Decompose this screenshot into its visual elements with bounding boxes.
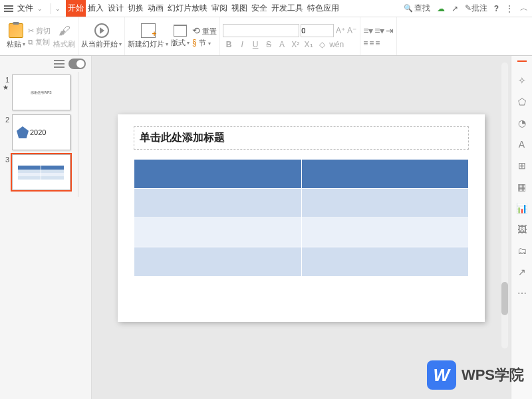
tab-view[interactable]: 视图	[229, 0, 249, 17]
file-dropdown-icon[interactable]: ⌄	[37, 5, 43, 12]
tab-security[interactable]: 安全	[249, 0, 269, 17]
superscript-button[interactable]: X²	[289, 40, 301, 49]
panel-handle-icon[interactable]	[517, 60, 527, 63]
thumb-row[interactable]: 3	[3, 154, 75, 190]
section-icon	[192, 39, 197, 47]
ribbon-tabs: 开始 插入 设计 切换 动画 幻灯片放映 审阅 视图 安全 开发工具 特色应用	[66, 0, 341, 17]
cut-button[interactable]: ✂ 剪切	[28, 26, 51, 36]
bold-button[interactable]: B	[223, 40, 235, 49]
mini-table	[18, 166, 65, 180]
from-current-button[interactable]: 从当前开始▾	[81, 39, 122, 49]
layout-button[interactable]: 版式▾	[171, 38, 190, 48]
font-color-button[interactable]: A	[276, 40, 288, 49]
scrollbar-thumb[interactable]	[501, 282, 508, 315]
reset-icon	[192, 27, 200, 35]
decrease-font-button[interactable]: A⁻	[346, 26, 357, 35]
thumbnail-view-button[interactable]	[68, 59, 86, 69]
format-painter-icon[interactable]: 🖌	[57, 23, 72, 38]
pinyin-button[interactable]: wén	[329, 40, 341, 49]
hamburger-icon[interactable]	[4, 5, 13, 12]
strike-button[interactable]: S	[263, 40, 275, 49]
tab-insert[interactable]: 插入	[86, 0, 106, 17]
shape-pane-icon[interactable]: ⬠	[516, 96, 528, 108]
new-slide-button[interactable]: 新建幻灯片▾	[128, 39, 168, 49]
thumb-row[interactable]: 2 2020	[3, 114, 75, 150]
divider	[51, 3, 51, 14]
tab-transition[interactable]: 切换	[126, 0, 146, 17]
ribbon: 粘贴▾ ✂ 剪切 ⧉ 复制 🖌 格式刷 从当前开始▾ 新建幻灯片▾ 版式▾ 重置…	[0, 17, 532, 56]
table-row[interactable]	[134, 247, 469, 277]
chart-pane-icon[interactable]: 📊	[516, 202, 528, 214]
tab-special[interactable]: 特色应用	[305, 0, 341, 17]
align-left-button[interactable]: ≡	[363, 39, 368, 48]
note-icon	[465, 3, 471, 13]
table-row[interactable]	[134, 189, 469, 218]
format-painter-button[interactable]: 格式刷	[53, 39, 75, 49]
indent-button[interactable]: ⇥	[386, 25, 394, 36]
canvas-area[interactable]: 单击此处添加标题	[92, 56, 511, 399]
cloud-icon[interactable]	[437, 4, 445, 13]
tab-slideshow[interactable]: 幻灯片放映	[166, 0, 209, 17]
thumbnail-2[interactable]: 2020	[12, 114, 70, 150]
numbering-button[interactable]: ≡▾	[374, 25, 384, 36]
side-panel: ✧ ⬠ ◔ A ⊞ ▦ 📊 🖼 🗂 ↗ ⋯	[511, 56, 532, 399]
thumb-row[interactable]: 1 ★ 感谢使用WPS	[3, 74, 75, 110]
mini-title: 感谢使用WPS	[31, 90, 51, 94]
menubar: 文件 ⌄ ⌄ 开始 插入 设计 切换 动画 幻灯片放映 审阅 视图 安全 开发工…	[0, 0, 532, 17]
tab-design[interactable]: 设计	[106, 0, 126, 17]
more-icon[interactable]	[505, 4, 513, 13]
tab-start[interactable]: 开始	[66, 0, 86, 17]
title-placeholder[interactable]: 单击此处添加标题	[134, 126, 469, 150]
select-pane-icon[interactable]: ✧	[516, 74, 528, 86]
gallery-pane-icon[interactable]: 🗂	[516, 245, 528, 257]
thumb-number: 2	[3, 114, 9, 124]
slide[interactable]: 单击此处添加标题	[118, 114, 485, 322]
font-pane-icon[interactable]: A	[516, 138, 528, 150]
thumbnail-3[interactable]	[12, 154, 70, 190]
underline-button[interactable]: U	[249, 40, 261, 49]
play-icon[interactable]	[94, 23, 109, 38]
brand-watermark: W WPS学院	[427, 360, 524, 390]
annotate-button[interactable]: 批注	[465, 3, 487, 14]
subscript-button[interactable]: X₁	[303, 40, 315, 49]
file-menu[interactable]: 文件	[17, 3, 33, 14]
collapse-ribbon-icon[interactable]	[520, 3, 528, 14]
copy-button[interactable]: ⧉ 复制	[28, 37, 50, 47]
table-row[interactable]	[134, 218, 469, 247]
table-row[interactable]	[134, 160, 469, 189]
paste-button[interactable]: 粘贴▾	[7, 39, 25, 49]
align-right-button[interactable]: ≡	[375, 39, 380, 48]
tab-review[interactable]: 审阅	[209, 0, 229, 17]
more-pane-icon[interactable]: ⋯	[516, 287, 528, 299]
tab-devtools[interactable]: 开发工具	[269, 0, 305, 17]
grid-pane-icon[interactable]: ▦	[516, 181, 528, 193]
slide-thumbnails: 1 ★ 感谢使用WPS 2 2020 3	[0, 72, 78, 197]
bullets-button[interactable]: ≡▾	[363, 25, 373, 36]
help-icon[interactable]	[494, 4, 499, 13]
clipboard-group: 粘贴▾ ✂ 剪切 ⧉ 复制 🖌 格式刷	[4, 17, 78, 55]
increase-font-button[interactable]: A⁺	[335, 26, 346, 35]
search-button[interactable]: 查找	[404, 3, 430, 14]
paragraph-group: ≡▾ ≡▾ ⇥ ≡ ≡ ≡	[360, 17, 397, 55]
paste-icon[interactable]	[9, 23, 23, 38]
align-center-button[interactable]: ≡	[369, 39, 374, 48]
export-pane-icon[interactable]: ↗	[516, 266, 528, 278]
new-slide-icon[interactable]	[141, 23, 156, 38]
thumbnail-1[interactable]: 感谢使用WPS	[12, 74, 70, 110]
share-icon[interactable]	[452, 4, 458, 13]
font-name-select[interactable]	[223, 24, 299, 37]
font-size-select[interactable]	[301, 24, 334, 37]
image-pane-icon[interactable]: 🖼	[516, 223, 528, 235]
reset-button[interactable]: 重置	[192, 25, 217, 37]
table-pane-icon[interactable]: ⊞	[516, 160, 528, 172]
qat-dropdown-icon[interactable]: ⌄	[55, 5, 61, 12]
properties-pane-icon[interactable]: ◔	[516, 117, 528, 129]
clear-format-button[interactable]: ◇	[316, 40, 328, 49]
outline-view-button[interactable]	[54, 60, 65, 68]
section-button[interactable]: 节 ▾	[192, 38, 211, 48]
italic-button[interactable]: I	[236, 40, 248, 49]
slide-table[interactable]	[134, 159, 469, 277]
layout-icon[interactable]	[174, 25, 187, 37]
brand-text: WPS学院	[462, 365, 524, 385]
tab-animation[interactable]: 动画	[146, 0, 166, 17]
